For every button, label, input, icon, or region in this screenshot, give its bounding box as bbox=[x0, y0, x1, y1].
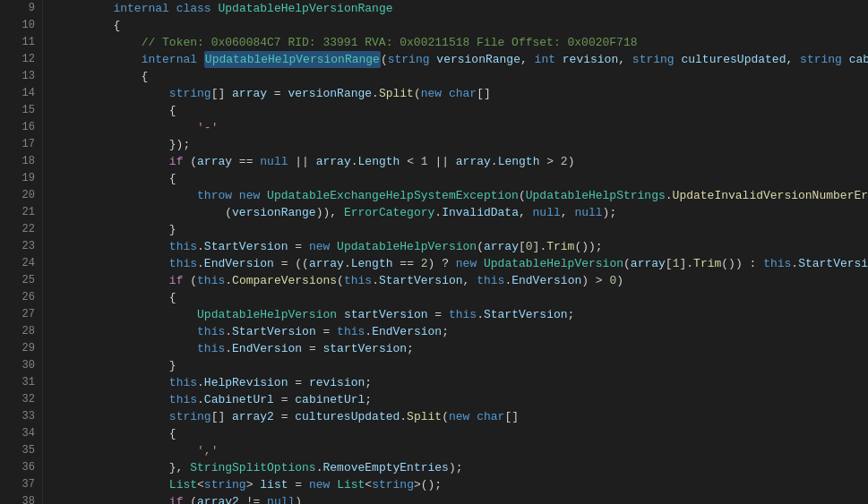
code-line-23: this.StartVersion = new UpdatableHelpVer… bbox=[57, 238, 868, 255]
code-line-16: '-' bbox=[57, 119, 868, 136]
line-num-36: 36 bbox=[7, 459, 35, 476]
code-line-26: { bbox=[57, 289, 868, 306]
code-line-22: } bbox=[57, 221, 868, 238]
code-line-36: }, StringSplitOptions.RemoveEmptyEntries… bbox=[57, 459, 868, 476]
code-content[interactable]: internal class UpdatableHelpVersionRange… bbox=[43, 0, 868, 504]
code-line-32: this.CabinetUrl = cabinetUrl; bbox=[57, 391, 868, 408]
code-line-28: this.StartVersion = this.EndVersion; bbox=[57, 323, 868, 340]
code-line-31: this.HelpRevision = revision; bbox=[57, 374, 868, 391]
code-line-14: string[] array = versionRange.Split(new … bbox=[57, 85, 868, 102]
line-num-18: 18 bbox=[7, 153, 35, 170]
line-num-31: 31 bbox=[7, 374, 35, 391]
code-line-21: (versionRange)), ErrorCategory.InvalidDa… bbox=[57, 204, 868, 221]
code-editor: 9 10 11 12 13 14 15 16 17 18 19 20 21 22… bbox=[0, 0, 868, 504]
line-num-17: 17 bbox=[7, 136, 35, 153]
code-line-15: { bbox=[57, 102, 868, 119]
code-line-33: string[] array2 = culturesUpdated.Split(… bbox=[57, 408, 868, 425]
line-num-22: 22 bbox=[7, 221, 35, 238]
line-num-15: 15 bbox=[7, 102, 35, 119]
line-num-34: 34 bbox=[7, 425, 35, 442]
code-line-18: if (array == null || array.Length < 1 ||… bbox=[57, 153, 868, 170]
code-line-38: if (array2 != null) bbox=[57, 493, 868, 504]
code-line-34: { bbox=[57, 425, 868, 442]
line-num-19: 19 bbox=[7, 170, 35, 187]
line-num-20: 20 bbox=[7, 187, 35, 204]
code-line-27: UpdatableHelpVersion startVersion = this… bbox=[57, 306, 868, 323]
line-num-35: 35 bbox=[7, 442, 35, 459]
code-line-20: throw new UpdatableExchangeHelpSystemExc… bbox=[57, 187, 868, 204]
code-line-9: internal class UpdatableHelpVersionRange bbox=[57, 0, 868, 17]
code-line-30: } bbox=[57, 357, 868, 374]
line-num-10: 10 bbox=[7, 17, 35, 34]
code-line-19: { bbox=[57, 170, 868, 187]
code-line-25: if (this.CompareVersions(this.StartVersi… bbox=[57, 272, 868, 289]
line-numbers: 9 10 11 12 13 14 15 16 17 18 19 20 21 22… bbox=[0, 0, 43, 504]
line-num-21: 21 bbox=[7, 204, 35, 221]
line-num-33: 33 bbox=[7, 408, 35, 425]
line-num-11: 11 bbox=[7, 34, 35, 51]
line-num-9: 9 bbox=[7, 0, 35, 17]
code-line-12: internal UpdatableHelpVersionRange(strin… bbox=[57, 51, 868, 68]
code-line-35: ',' bbox=[57, 442, 868, 459]
line-num-16: 16 bbox=[7, 119, 35, 136]
line-num-32: 32 bbox=[7, 391, 35, 408]
line-num-27: 27 bbox=[7, 306, 35, 323]
line-num-28: 28 bbox=[7, 323, 35, 340]
line-num-23: 23 bbox=[7, 238, 35, 255]
code-line-11: // Token: 0x060084C7 RID: 33991 RVA: 0x0… bbox=[57, 34, 868, 51]
line-num-30: 30 bbox=[7, 357, 35, 374]
code-line-17: }); bbox=[57, 136, 868, 153]
line-num-29: 29 bbox=[7, 340, 35, 357]
code-line-29: this.EndVersion = startVersion; bbox=[57, 340, 868, 357]
line-num-37: 37 bbox=[7, 476, 35, 493]
line-num-24: 24 bbox=[7, 255, 35, 272]
code-line-13: { bbox=[57, 68, 868, 85]
line-num-26: 26 bbox=[7, 289, 35, 306]
line-num-13: 13 bbox=[7, 68, 35, 85]
code-line-24: this.EndVersion = ((array.Length == 2) ?… bbox=[57, 255, 868, 272]
code-line-37: List<string> list = new List<string>(); bbox=[57, 476, 868, 493]
line-num-38: 38 bbox=[7, 493, 35, 504]
code-line-10: { bbox=[57, 17, 868, 34]
line-num-12: 12 bbox=[7, 51, 35, 68]
line-num-25: 25 bbox=[7, 272, 35, 289]
line-num-14: 14 bbox=[7, 85, 35, 102]
